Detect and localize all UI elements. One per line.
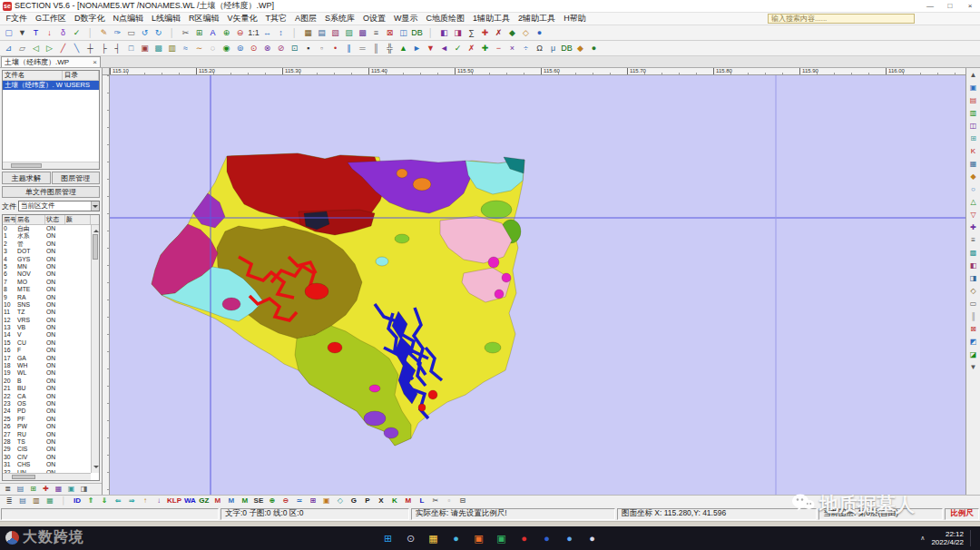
toolbar-icon[interactable]: ● <box>587 42 601 54</box>
bottom-toolbar-icon[interactable]: ▫ <box>443 496 456 506</box>
bottom-toolbar-icon[interactable]: ⊟ <box>456 496 469 506</box>
layer-row[interactable]: 2管 ON <box>3 241 91 248</box>
toolbar-icon[interactable]: ▥ <box>165 42 179 54</box>
layer-row[interactable]: 13VB ON <box>3 324 91 331</box>
right-toolbar-icon[interactable]: ▦ <box>967 158 979 170</box>
layer-row[interactable]: 18WH ON <box>3 362 91 369</box>
toolbar-icon[interactable]: ⊙ <box>247 42 260 54</box>
file-list-row[interactable]: 土壤（经纬度）. WP\USERS <box>3 81 99 90</box>
panel-icon[interactable]: ✚ <box>40 484 52 495</box>
single-file-layer-button[interactable]: 单文件图层管理 <box>2 186 100 198</box>
toolbar-icon[interactable]: ╱ <box>56 42 70 54</box>
toolbar-icon[interactable]: ✂ <box>179 26 192 39</box>
bottom-toolbar-icon[interactable]: ▥ <box>30 496 43 506</box>
toolbar-icon[interactable]: ≈ <box>179 42 192 54</box>
menu-item[interactable]: D数字化 <box>71 13 110 25</box>
layer-row[interactable]: 19WL ON <box>3 369 91 377</box>
menu-item[interactable]: F文件 <box>2 13 32 25</box>
right-toolbar-icon[interactable]: ◆ <box>967 171 979 182</box>
menu-item[interactable]: W显示 <box>390 13 423 25</box>
right-toolbar-icon[interactable]: ⊠ <box>967 323 979 335</box>
menu-item[interactable]: T其它 <box>261 13 291 25</box>
right-toolbar-icon[interactable]: ▣ <box>967 82 979 93</box>
toolbar-icon[interactable]: ⊡ <box>288 42 301 54</box>
layer-row[interactable]: 20B ON <box>3 378 91 385</box>
taskbar-app-icon[interactable]: ● <box>449 531 464 545</box>
toolbar-icon[interactable]: DB <box>410 26 424 39</box>
bottom-toolbar-icon[interactable]: ⊕ <box>266 496 279 506</box>
toolbar-icon[interactable]: ✓ <box>70 26 83 39</box>
toolbar-icon[interactable]: ▩ <box>356 26 369 39</box>
taskbar-app-icon[interactable]: ● <box>517 531 532 545</box>
toolbar-icon[interactable]: ▣ <box>138 42 152 54</box>
map-canvas[interactable]: 115.10115.20115.30115.40115.50115.60115.… <box>103 68 965 495</box>
right-toolbar-icon[interactable]: ▽ <box>967 209 979 221</box>
bottom-toolbar-icon[interactable]: ✂ <box>429 496 442 506</box>
toolbar-icon[interactable]: 1:1 <box>247 26 260 39</box>
taskbar-app-icon[interactable]: ⊞ <box>381 531 396 545</box>
taskbar-clock[interactable]: 22:12 2022/4/22 <box>931 530 964 546</box>
right-toolbar-icon[interactable]: ║ <box>967 310 979 322</box>
tab-close-icon[interactable]: × <box>93 58 97 66</box>
status-scale-button[interactable]: 比例尺 <box>945 508 979 520</box>
layer-row[interactable]: 16F ON <box>3 347 91 354</box>
taskbar-app-icon[interactable]: ▣ <box>472 531 486 545</box>
right-toolbar-icon[interactable]: ▲ <box>967 69 979 81</box>
show-desktop-button[interactable] <box>970 530 973 546</box>
toolbar-icon[interactable]: ↔ <box>260 26 274 39</box>
layer-row[interactable]: 17GA ON <box>3 355 91 362</box>
tray-chevron-icon[interactable]: ∧ <box>920 535 925 542</box>
bottom-toolbar-icon[interactable]: ⇐ <box>112 496 124 506</box>
toolbar-icon[interactable]: ┤ <box>111 42 124 54</box>
layer-row[interactable]: 5MN ON <box>3 263 91 270</box>
toolbar-icon[interactable]: ✑ <box>111 26 124 39</box>
menu-item[interactable]: N点编辑 <box>109 13 148 25</box>
column-directory[interactable]: 目录 <box>63 71 99 80</box>
toolbar-icon[interactable]: ⊖ <box>233 26 247 39</box>
bottom-toolbar-icon[interactable]: K <box>388 496 401 506</box>
taskbar-app-icon[interactable]: ▣ <box>495 531 509 545</box>
taskbar-app-icon[interactable]: ⊙ <box>404 531 418 545</box>
toolbar-icon[interactable]: ✚ <box>478 26 492 39</box>
layer-row[interactable]: 22CA ON <box>3 393 91 400</box>
bottom-toolbar-icon[interactable]: ◇ <box>334 496 347 506</box>
bottom-toolbar-icon[interactable]: G <box>348 496 360 506</box>
right-toolbar-icon[interactable]: ✚ <box>967 221 979 233</box>
toolbar-icon[interactable]: T <box>29 26 43 39</box>
right-toolbar-icon[interactable]: ◩ <box>967 336 979 348</box>
layer-row[interactable]: 10SNS ON <box>3 301 91 309</box>
layer-row[interactable]: 25PF ON <box>3 416 91 423</box>
toolbar-icon[interactable]: ✎ <box>97 26 111 39</box>
close-button[interactable]: × <box>960 0 980 12</box>
toolbar-icon[interactable]: ◉ <box>220 42 233 54</box>
right-toolbar-icon[interactable]: ▥ <box>967 107 979 119</box>
toolbar-icon[interactable]: ◨ <box>451 26 465 39</box>
toolbar-icon[interactable]: ║ <box>369 42 383 54</box>
panel-icon[interactable]: ⊞ <box>27 484 39 495</box>
theme-solve-tab[interactable]: 主题求解 <box>2 172 51 184</box>
toolbar-icon[interactable]: DB <box>560 42 573 54</box>
toolbar-icon[interactable]: ▩ <box>152 42 165 54</box>
toolbar-icon[interactable]: ◧ <box>437 26 451 39</box>
bottom-toolbar-icon[interactable]: M <box>211 496 224 506</box>
bottom-toolbar-icon[interactable]: X <box>375 496 387 506</box>
toolbar-icon[interactable]: ▤ <box>315 26 328 39</box>
layer-row[interactable]: 27RU ON <box>3 431 91 438</box>
layer-row[interactable]: 30CIV ON <box>3 454 91 461</box>
bottom-toolbar-icon[interactable]: SE <box>252 496 265 506</box>
bottom-toolbar-icon[interactable]: M <box>239 496 251 506</box>
toolbar-icon[interactable]: • <box>328 42 342 54</box>
layer-row[interactable]: 28TS ON <box>3 438 91 446</box>
toolbar-icon[interactable]: ► <box>410 42 424 54</box>
layer-row[interactable]: 9RA ON <box>3 294 91 301</box>
toolbar-icon[interactable]: ▧ <box>328 26 342 39</box>
panel-icon[interactable]: ◨ <box>78 484 90 495</box>
right-toolbar-icon[interactable]: ○ <box>967 183 979 195</box>
toolbar-icon[interactable]: ▪ <box>301 42 315 54</box>
toolbar-icon[interactable]: ◁ <box>29 42 43 54</box>
toolbar-icon[interactable]: ▢ <box>2 26 15 39</box>
menu-item[interactable]: 1辅助工具 <box>469 13 514 25</box>
toolbar-icon[interactable]: ⊞ <box>192 26 206 39</box>
bottom-toolbar-icon[interactable]: WA <box>183 496 197 506</box>
layer-row[interactable]: 7MO ON <box>3 279 91 286</box>
